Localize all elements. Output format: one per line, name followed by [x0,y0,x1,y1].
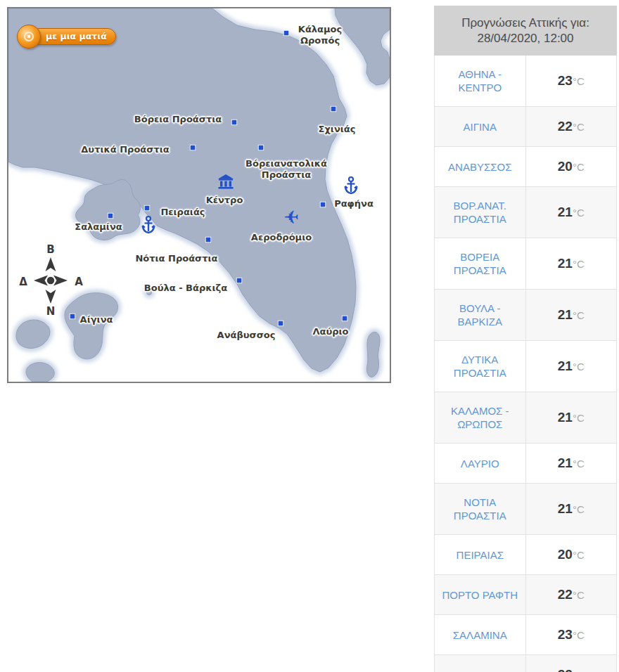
temp-value: 21 [558,410,573,425]
forecast-location-cell: ΒΟΡΕΙΑ ΠΡΟΑΣΤΙΑ [435,238,526,290]
forecast-header: Προγνώσεις Αττικής για: 28/04/2020, 12:0… [435,6,617,56]
forecast-temp-cell: 21°C [525,484,617,535]
temp-unit: °C [573,309,585,321]
forecast-location-cell: ΠΕΙΡΑΙΑΣ [435,535,526,575]
forecast-temp-cell: 21°C [525,238,617,290]
forecast-location-cell: ΑΙΓΙΝΑ [435,107,526,147]
forecast-location-cell: ΚΑΛΑΜΟΣ - ΩΡΩΠΟΣ [435,392,526,444]
forecast-temp-cell: 21°C [525,290,617,341]
forecast-row: ΒΟΡΕΙΑ ΠΡΟΑΣΤΙΑ21°C [435,238,617,290]
forecast-panel: Προγνώσεις Αττικής για: 28/04/2020, 12:0… [434,6,617,672]
forecast-row: ΑΘΗΝΑ - ΚΕΝΤΡΟ23°C [435,56,617,107]
compass-east-label: Α [75,276,83,288]
temp-unit: °C [573,549,585,561]
forecast-row: ΑΝΑΒΥΣΣΟΣ20°C [435,147,617,187]
forecast-row: ΣΠΑΤΑ22°C [435,655,617,672]
temp-unit: °C [573,629,585,641]
forecast-row: ΣΑΛΑΜΙΝΑ23°C [435,615,617,655]
location-link[interactable]: ΔΥΤΙΚΑ ΠΡΟΑΣΤΙΑ [440,353,520,380]
location-link[interactable]: ΒΟΥΛΑ - ΒΑΡΚΙΖΑ [440,302,520,328]
airport-plane-icon: ✈ [283,207,299,228]
temp-value: 20 [558,159,573,174]
map-marker-voreia-proastia [231,119,237,125]
forecast-row: ΚΑΛΑΜΟΣ - ΩΡΩΠΟΣ21°C [435,392,617,444]
temp-unit: °C [573,121,585,133]
forecast-location-cell: ΠΟΡΤΟ ΡΑΦΤΗ [435,575,526,615]
map-svg: Β Ν Δ Α ✈ [8,8,390,382]
temp-value: 21 [558,205,573,219]
compass-south-label: Ν [46,305,56,318]
glance-badge: με μια ματιά [17,24,116,49]
compass-logo-icon [17,25,41,49]
temp-value: 22 [558,667,573,672]
forecast-temp-cell: 20°C [525,535,617,575]
temp-unit: °C [573,503,585,515]
temp-value: 21 [558,256,573,271]
location-link[interactable]: ΑΙΓΙΝΑ [464,120,497,134]
forecast-location-cell: ΑΝΑΒΥΣΣΟΣ [435,147,526,187]
map-marker-aigina [70,314,75,319]
temp-value: 21 [558,455,573,470]
forecast-temp-cell: 23°C [525,56,617,107]
forecast-location-cell: ΔΥΤΙΚΑ ΠΡΟΑΣΤΙΑ [435,341,526,392]
forecast-location-cell: ΝΟΤΙΑ ΠΡΟΑΣΤΙΑ [435,484,526,535]
forecast-row: ΔΥΤΙΚΑ ΠΡΟΑΣΤΙΑ21°C [435,341,617,392]
forecast-temp-cell: 21°C [525,444,617,484]
forecast-location-cell: ΒΟΡ.ΑΝΑΤ. ΠΡΟΑΣΤΙΑ [435,187,526,238]
forecast-temp-cell: 23°C [525,615,617,655]
forecast-table: Προγνώσεις Αττικής για: 28/04/2020, 12:0… [434,6,617,672]
forecast-row: ΒΟΥΛΑ - ΒΑΡΚΙΖΑ21°C [435,290,617,341]
location-link[interactable]: ΒΟΡΕΙΑ ΠΡΟΑΣΤΙΑ [440,250,520,277]
forecast-temp-cell: 21°C [525,341,617,392]
map-marker-voula [236,278,242,283]
forecast-header-title: Προγνώσεις Αττικής για: [439,15,612,31]
attica-map: Β Ν Δ Α ✈ Κάλαμος ΩροπόςΒόρεια ΠροάστιαΣ… [7,7,391,383]
glance-badge-label: με μια ματιά [31,28,116,45]
temp-unit: °C [573,361,585,373]
map-marker-salamina [108,213,113,219]
forecast-temp-cell: 22°C [525,107,617,147]
temp-unit: °C [573,161,585,173]
weather-page: { "map": { "badge_label": "με μια ματιά"… [0,0,619,672]
forecast-row: ΒΟΡ.ΑΝΑΤ. ΠΡΟΑΣΤΙΑ21°C [435,187,617,238]
temp-value: 22 [558,119,573,134]
forecast-row: ΛΑΥΡΙΟ21°C [435,444,617,484]
location-link[interactable]: ΑΘΗΝΑ - ΚΕΝΤΡΟ [440,67,520,94]
forecast-location-cell: ΑΘΗΝΑ - ΚΕΝΤΡΟ [435,56,526,107]
map-marker-rafina [320,202,326,207]
forecast-row: ΠΕΙΡΑΙΑΣ20°C [435,535,617,575]
map-marker-schinias [331,106,336,112]
location-link[interactable]: ΛΑΥΡΙΟ [461,457,499,470]
forecast-location-cell: ΒΟΥΛΑ - ΒΑΡΚΙΖΑ [435,290,526,341]
location-link[interactable]: ΠΕΙΡΑΙΑΣ [457,548,504,562]
forecast-temp-cell: 20°C [525,147,617,187]
forecast-location-cell: ΣΠΑΤΑ [435,655,526,672]
forecast-location-cell: ΛΑΥΡΙΟ [435,444,526,484]
forecast-temp-cell: 21°C [525,187,617,238]
temp-unit: °C [573,207,585,219]
location-link[interactable]: ΠΟΡΤΟ ΡΑΦΤΗ [442,588,518,602]
forecast-temp-cell: 22°C [525,655,617,672]
forecast-row: ΠΟΡΤΟ ΡΑΦΤΗ22°C [435,575,617,615]
location-link[interactable]: ΣΑΛΑΜΙΝΑ [453,628,507,642]
forecast-row: ΑΙΓΙΝΑ22°C [435,107,617,147]
forecast-location-cell: ΣΑΛΑΜΙΝΑ [435,615,526,655]
temp-value: 21 [558,358,573,373]
location-link[interactable]: ΣΠΑΤΑ [464,668,497,672]
map-marker-voreianatolika-proastia [258,145,264,150]
location-link[interactable]: ΝΟΤΙΑ ΠΡΟΑΣΤΙΑ [440,496,520,522]
location-link[interactable]: ΒΟΡ.ΑΝΑΤ. ΠΡΟΑΣΤΙΑ [440,199,520,226]
temp-value: 23 [558,627,573,642]
forecast-header-datetime: 28/04/2020, 12:00 [439,31,612,46]
location-link[interactable]: ΑΝΑΒΥΣΣΟΣ [448,160,511,174]
temp-value: 21 [558,307,573,322]
temp-value: 23 [558,73,573,88]
location-link[interactable]: ΚΑΛΑΜΟΣ - ΩΡΩΠΟΣ [440,404,520,431]
compass-west-label: Δ [19,276,27,288]
map-marker-peiraias [144,205,150,211]
map-marker-dytika-proastia [190,145,196,150]
temp-unit: °C [573,75,585,87]
temp-unit: °C [573,258,585,270]
forecast-temp-cell: 22°C [525,575,617,615]
temp-value: 20 [558,547,573,562]
